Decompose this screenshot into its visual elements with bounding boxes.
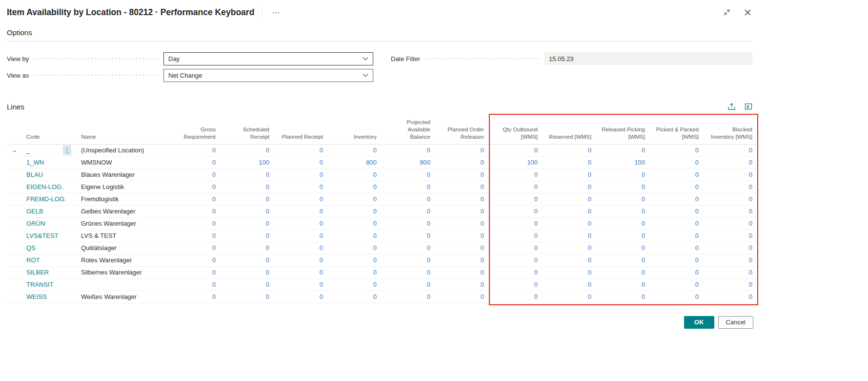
cell-value-link[interactable]: 0 <box>588 195 591 203</box>
table-row[interactable]: SILBER Silbernes Warenlager 00000000000 <box>7 266 757 278</box>
cell-value-link[interactable]: 0 <box>642 171 645 178</box>
table-row[interactable]: GRÜN Grünes Warenlager 00000000000 <box>7 217 757 230</box>
cell-value-link[interactable]: 0 <box>588 244 591 252</box>
lines-section-label[interactable]: Lines <box>7 103 24 111</box>
cell-value-link[interactable]: 0 <box>481 281 484 288</box>
cell-value-link[interactable]: 0 <box>373 171 377 178</box>
cell-value-link[interactable]: 0 <box>320 171 323 178</box>
cell-value-link[interactable]: 0 <box>266 183 269 190</box>
table-row[interactable]: BLAU Blaues Warenlager 00000000000 <box>7 169 757 181</box>
cell-value-link[interactable]: 0 <box>427 208 430 215</box>
cell-value-link[interactable]: 0 <box>534 171 538 178</box>
cell-value-link[interactable]: 0 <box>320 147 323 154</box>
cell-value-link[interactable]: 0 <box>642 269 645 276</box>
cell-value-link[interactable]: 0 <box>695 293 699 300</box>
cell-value-link[interactable]: 0 <box>266 244 269 252</box>
cell-value-link[interactable]: 0 <box>749 281 752 288</box>
cell-value-link[interactable]: 0 <box>427 147 430 154</box>
cell-value-link[interactable]: 0 <box>266 281 269 288</box>
close-button[interactable] <box>743 7 752 17</box>
table-row[interactable]: WEISS Weißes Warenlager 00000000000 <box>7 291 757 303</box>
column-header[interactable]: Reserved [WMS] <box>543 117 596 144</box>
cell-value-link[interactable]: 0 <box>266 256 269 264</box>
cell-value-link[interactable]: 0 <box>373 269 377 276</box>
cell-value-link[interactable]: 0 <box>481 208 484 215</box>
open-in-excel-button[interactable] <box>745 103 752 110</box>
cell-value-link[interactable]: 0 <box>212 244 216 252</box>
view-by-select[interactable]: Day <box>163 52 373 65</box>
cell-value-link[interactable]: 0 <box>481 232 484 239</box>
cell-value-link[interactable]: 0 <box>695 281 699 288</box>
location-code-link[interactable]: TRANSIT <box>26 281 54 288</box>
cell-value-link[interactable]: 0 <box>481 183 484 190</box>
cell-value-link[interactable]: 0 <box>588 208 591 215</box>
cell-value-link[interactable]: 0 <box>534 244 538 252</box>
cell-value-link[interactable]: 0 <box>642 281 645 288</box>
cell-value-link[interactable]: 0 <box>588 147 591 154</box>
cell-value-link[interactable]: 0 <box>588 183 591 190</box>
location-code-link[interactable]: 1_WN <box>26 159 44 166</box>
cell-value-link[interactable]: 0 <box>695 220 699 227</box>
cell-value-link[interactable]: 0 <box>373 244 377 252</box>
cell-value-link[interactable]: 0 <box>427 293 430 300</box>
cell-value-link[interactable]: 0 <box>427 281 430 288</box>
cell-value-link[interactable]: 0 <box>481 171 484 178</box>
table-row[interactable]: EIGEN-LOG. Eigene Logistik 00000000000 <box>7 181 757 193</box>
cell-value-link[interactable]: 0 <box>373 293 377 300</box>
cell-value-link[interactable]: 0 <box>695 208 699 215</box>
cell-value-link[interactable]: 0 <box>212 159 216 166</box>
location-code-link[interactable]: ROT <box>26 256 40 264</box>
cell-value-link[interactable]: 0 <box>320 159 323 166</box>
collapse-window-button[interactable] <box>722 7 732 17</box>
cell-value-link[interactable]: 0 <box>695 159 699 166</box>
cell-value-link[interactable]: 0 <box>588 293 591 300</box>
cell-value-link[interactable]: 0 <box>534 269 538 276</box>
cell-value-link[interactable]: 0 <box>427 269 430 276</box>
cell-value-link[interactable]: 0 <box>749 244 752 252</box>
cell-value-link[interactable]: 0 <box>427 232 430 239</box>
cell-value-link[interactable]: 0 <box>642 256 645 264</box>
cell-value-link[interactable]: 0 <box>427 171 430 178</box>
cell-value-link[interactable]: 0 <box>534 147 538 154</box>
cell-value-link[interactable]: 0 <box>212 256 216 264</box>
cell-value-link[interactable]: 0 <box>695 232 699 239</box>
cell-value-link[interactable]: 0 <box>534 256 538 264</box>
cell-value-link[interactable]: 0 <box>373 208 377 215</box>
location-code-link[interactable]: SILBER <box>26 269 49 276</box>
cell-value-link[interactable]: 0 <box>320 244 323 252</box>
cell-value-link[interactable]: 0 <box>320 183 323 190</box>
cell-value-link[interactable]: 0 <box>642 293 645 300</box>
cell-value-link[interactable]: 0 <box>749 171 752 178</box>
cell-value-link[interactable]: 0 <box>373 147 377 154</box>
table-row[interactable]: QS Qulitätslager 00000000000 <box>7 242 757 254</box>
cell-value-link[interactable]: 0 <box>212 171 216 178</box>
cell-value-link[interactable]: 0 <box>534 220 538 227</box>
column-header[interactable]: Inventory <box>328 117 382 144</box>
cell-value-link[interactable]: 0 <box>427 183 430 190</box>
cell-value-link[interactable]: 0 <box>481 147 484 154</box>
cell-value-link[interactable]: 0 <box>427 220 430 227</box>
cell-value-link[interactable]: 0 <box>212 147 216 154</box>
cell-value-link[interactable]: 0 <box>534 232 538 239</box>
cell-value-link[interactable]: 0 <box>266 220 269 227</box>
cell-value-link[interactable]: 0 <box>534 208 538 215</box>
column-header[interactable]: Blocked Inventory [WMS] <box>704 117 757 144</box>
more-options-button[interactable]: ... <box>270 8 282 17</box>
cell-value-link[interactable]: 0 <box>320 293 323 300</box>
column-header[interactable]: Gross Requirement <box>167 117 221 144</box>
cell-value-link[interactable]: 0 <box>695 147 699 154</box>
row-context-menu-button[interactable]: ⋮ <box>63 145 71 155</box>
date-filter-input[interactable]: 15.05.23 <box>545 52 752 65</box>
column-header[interactable]: Code <box>21 117 76 144</box>
table-row[interactable]: → _ ⋮ (Unspecified Location) 00000000000 <box>7 144 757 156</box>
cell-value-link[interactable]: 0 <box>481 159 484 166</box>
cell-value-link[interactable]: 0 <box>373 183 377 190</box>
cell-value-link[interactable]: 0 <box>320 232 323 239</box>
table-row[interactable]: TRANSIT 00000000000 <box>7 278 757 291</box>
cell-value-link[interactable]: 800 <box>366 159 377 166</box>
location-code-link[interactable]: _ <box>26 147 30 154</box>
cell-value-link[interactable]: 100 <box>259 159 269 166</box>
cell-value-link[interactable]: 0 <box>481 195 484 203</box>
column-header[interactable]: Planned Receipt <box>274 117 328 144</box>
location-code-link[interactable]: WEISS <box>26 293 47 300</box>
